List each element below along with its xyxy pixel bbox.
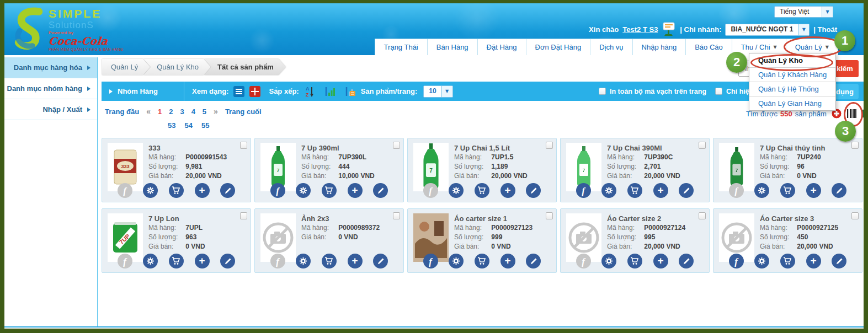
product-checkbox[interactable]	[851, 212, 859, 219]
edit-icon-button[interactable]	[220, 183, 235, 198]
add-icon-button[interactable]: +	[348, 254, 363, 268]
product-checkbox[interactable]	[546, 212, 553, 219]
sort-edited-icon[interactable]	[345, 86, 356, 97]
page-number[interactable]: 54	[184, 121, 192, 130]
settings-icon-button[interactable]	[754, 254, 769, 268]
facebook-icon-button[interactable]: f	[270, 254, 285, 268]
dropdown-item[interactable]: Quản Lý Hệ Thống	[749, 82, 835, 96]
add-icon-button[interactable]: +	[653, 254, 668, 268]
settings-icon-button[interactable]	[143, 254, 158, 268]
page-number[interactable]: 1	[158, 108, 162, 116]
product-checkbox[interactable]	[851, 142, 859, 149]
add-icon-button[interactable]: +	[195, 183, 210, 198]
add-icon-button[interactable]: +	[806, 183, 821, 198]
edit-icon-button[interactable]	[373, 254, 388, 268]
first-page-link[interactable]: Trang đầu	[105, 108, 139, 116]
add-icon-button[interactable]: +	[500, 254, 515, 268]
nav-item[interactable]: Đơn Đặt Hàng ▼	[526, 39, 591, 55]
dropdown-item[interactable]: Quản Lý Gian Hàng	[749, 96, 835, 110]
nav-item[interactable]: Trạng Thái ▼	[375, 39, 428, 55]
sort-quantity-icon[interactable]	[324, 86, 336, 97]
cart-icon-button[interactable]	[627, 254, 642, 268]
branch-select[interactable]: BIA_NƯỚC NGỌT 1 ▼	[725, 24, 810, 36]
product-checkbox[interactable]	[240, 142, 247, 149]
product-checkbox[interactable]	[393, 142, 400, 149]
add-icon-button[interactable]: +	[653, 183, 668, 198]
nav-item[interactable]: Nhập hàng ▼	[632, 39, 686, 55]
page-number[interactable]: 55	[201, 121, 209, 130]
facebook-icon-button[interactable]: f	[729, 254, 744, 268]
settings-icon-button[interactable]	[601, 254, 616, 268]
grid-view-icon[interactable]	[249, 86, 260, 97]
cart-icon-button[interactable]	[780, 183, 795, 198]
checkbox-icon[interactable]	[715, 88, 722, 95]
breadcrumb-item[interactable]: Quản Lý	[102, 59, 150, 75]
nav-item[interactable]: Dịch vụ ▼	[590, 39, 632, 55]
dropdown-item[interactable]: Quản Lý Khách Hàng	[749, 68, 835, 82]
sidebar-item[interactable]: Danh mục hàng hóa	[4, 57, 97, 78]
facebook-icon-button[interactable]: f	[576, 254, 591, 268]
page-number[interactable]: 5	[203, 108, 206, 116]
add-icon-button[interactable]: +	[348, 183, 363, 198]
cart-icon-button[interactable]	[780, 254, 795, 268]
product-checkbox[interactable]	[699, 212, 706, 219]
add-icon-button[interactable]: +	[806, 254, 821, 268]
facebook-icon-button[interactable]: f	[729, 183, 744, 198]
cart-icon-button[interactable]	[627, 183, 642, 198]
page-number[interactable]: 3	[180, 108, 184, 116]
edit-icon-button[interactable]	[832, 183, 846, 198]
product-checkbox[interactable]	[393, 212, 400, 219]
settings-icon-button[interactable]	[143, 183, 158, 198]
edit-icon-button[interactable]	[526, 254, 541, 268]
settings-icon-button[interactable]	[449, 254, 464, 268]
checkbox-icon[interactable]	[599, 88, 606, 95]
signboard-icon[interactable]	[662, 22, 676, 37]
product-checkbox[interactable]	[240, 212, 247, 219]
facebook-icon-button[interactable]: f	[423, 183, 438, 198]
last-page-link[interactable]: Trang cuối	[225, 108, 262, 116]
product-checkbox[interactable]	[699, 142, 706, 149]
export-excel-icon[interactable]: X	[862, 108, 868, 119]
breadcrumb-item[interactable]: Tất cả sản phẩm	[204, 59, 286, 75]
edit-icon-button[interactable]	[220, 254, 235, 268]
list-view-icon[interactable]	[233, 86, 244, 97]
cart-icon-button[interactable]	[169, 183, 184, 198]
facebook-icon-button[interactable]: f	[576, 183, 591, 198]
settings-icon-button[interactable]	[449, 183, 464, 198]
breadcrumb-item[interactable]: Quản Lý Kho	[143, 59, 211, 75]
nav-item[interactable]: Đặt Hàng ▼	[477, 39, 526, 55]
page-number[interactable]: 53	[168, 121, 175, 130]
dropdown-item[interactable]: Quản Lý Kho	[749, 53, 835, 68]
cart-icon-button[interactable]	[475, 254, 489, 268]
settings-icon-button[interactable]	[296, 183, 311, 198]
facebook-icon-button[interactable]: f	[423, 254, 438, 268]
edit-icon-button[interactable]	[679, 183, 694, 198]
cart-icon-button[interactable]	[475, 183, 489, 198]
add-icon-button[interactable]: +	[500, 183, 515, 198]
edit-icon-button[interactable]	[679, 254, 694, 268]
sidebar-item[interactable]: Danh mục nhóm hàng	[4, 78, 97, 99]
page-number[interactable]: 4	[191, 108, 195, 116]
sort-az-icon[interactable]: AZ	[304, 85, 315, 98]
logout-link[interactable]: | Thoát	[813, 25, 837, 34]
cart-icon-button[interactable]	[322, 183, 337, 198]
nav-item[interactable]: Báo Cáo ▼	[685, 39, 732, 55]
language-select[interactable]: Tiếng Việt ▼	[774, 6, 833, 18]
edit-icon-button[interactable]	[832, 254, 846, 268]
page-number[interactable]: 2	[169, 108, 173, 116]
barcode-icon[interactable]	[846, 109, 858, 118]
user-link[interactable]: Test2 T S3	[622, 25, 658, 34]
facebook-icon-button[interactable]: f	[270, 183, 285, 198]
facebook-icon-button[interactable]: f	[118, 254, 132, 268]
print-barcodes-checkbox[interactable]: In toàn bộ mã vạch trên trang	[599, 88, 706, 95]
settings-icon-button[interactable]	[754, 183, 769, 198]
sidebar-item[interactable]: Nhập / Xuất	[4, 99, 97, 120]
cart-icon-button[interactable]	[322, 254, 337, 268]
prev-page-icon[interactable]: «	[146, 107, 151, 116]
next-page-icon[interactable]: »	[214, 107, 218, 116]
per-page-select[interactable]: 10 ▼	[423, 85, 452, 98]
facebook-icon-button[interactable]: f	[118, 183, 132, 198]
settings-icon-button[interactable]	[601, 183, 616, 198]
nav-item[interactable]: Bán Hàng ▼	[427, 39, 478, 55]
edit-icon-button[interactable]	[373, 183, 388, 198]
